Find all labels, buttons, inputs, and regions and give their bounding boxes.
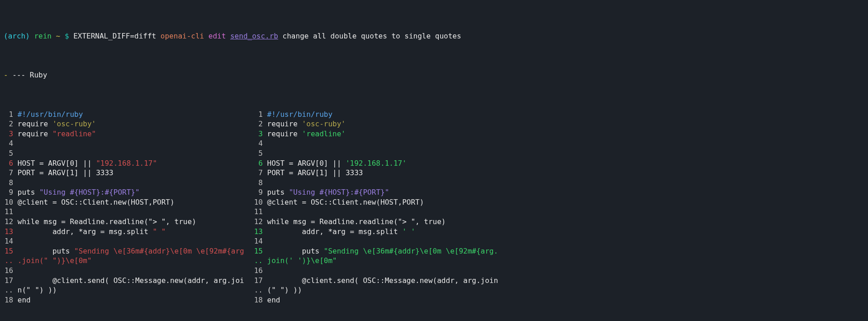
code-line: 2require 'osc-ruby' [253, 119, 498, 129]
user: rein [34, 32, 52, 40]
code-content: while msg = Readline.readline("> ", true… [18, 217, 196, 227]
token: end [18, 296, 31, 304]
token: addr, *arg = msg.split [18, 227, 153, 236]
line-number: 7 [4, 168, 13, 178]
code-content: @client = OSC::Client.new(HOST,PORT) [267, 197, 424, 207]
line-number: 11 [253, 207, 263, 217]
instruction: change all double quotes to single quote… [283, 32, 461, 40]
line-number: 15 [253, 246, 263, 256]
code-line: 17 @client.send( OSC::Message.new(addr, … [4, 276, 244, 286]
line-number: 9 [4, 187, 13, 197]
line-number: 14 [253, 236, 263, 246]
line-number: 7 [253, 168, 263, 178]
code-line: 9puts "Using #{HOST}:#{PORT}" [253, 187, 498, 197]
code-content: end [267, 295, 280, 305]
line-number: 14 [4, 236, 13, 246]
code-line: 7PORT = ARGV[1] || 3333 [4, 168, 244, 178]
code-content: #!/usr/bin/ruby [267, 110, 333, 120]
code-content: PORT = ARGV[1] || 3333 [267, 168, 363, 178]
token: @client = OSC::Client.new(HOST,PORT) [18, 198, 175, 206]
line-number: 6 [4, 158, 13, 168]
code-content: require 'osc-ruby' [18, 119, 96, 129]
code-content: n(" ") )) [18, 285, 57, 295]
code-line: 12while msg = Readline.readline("> ", tr… [253, 217, 498, 227]
line-number: 16 [253, 266, 263, 276]
dollar: $ [65, 32, 69, 40]
code-line: 11 [253, 207, 498, 217]
token: PORT = ARGV[1] || 3333 [18, 168, 114, 177]
token: ' ' [402, 227, 415, 236]
code-line: 13 addr, *arg = msg.split " " [4, 227, 244, 237]
code-line: ..n(" ") )) [4, 285, 244, 295]
code-content: HOST = ARGV[0] || '192.168.1.17' [267, 158, 407, 168]
terminal-screen: (arch) rein ~ $ EXTERNAL_DIFF=difft open… [0, 0, 868, 321]
code-content: addr, *arg = msg.split " " [18, 227, 166, 237]
line-number: 2 [253, 119, 263, 129]
line-number: 4 [4, 139, 13, 149]
code-content: .join(" ")}\e[0m" [18, 256, 92, 266]
diff-header: - --- Ruby [4, 70, 864, 80]
filename-arg: send_osc.rb [230, 32, 278, 40]
token: "192.168.1.17" [96, 159, 157, 168]
line-number: 12 [253, 217, 263, 227]
token: join(' ')}\e[0m" [267, 256, 337, 265]
code-content: require "readline" [18, 129, 96, 139]
code-line: 6HOST = ARGV[0] || "192.168.1.17" [4, 158, 244, 168]
diff-right-pane: 1#!/usr/bin/ruby2require 'osc-ruby'3requ… [253, 110, 498, 305]
line-number: 1 [253, 110, 263, 120]
code-content: (" ") )) [267, 285, 302, 295]
line-number: 8 [253, 178, 263, 188]
line-number: 3 [253, 129, 263, 139]
code-line: 5 [253, 149, 498, 158]
token: puts [18, 247, 74, 255]
shell-prompt[interactable]: (arch) rein ~ $ EXTERNAL_DIFF=difft open… [4, 31, 864, 41]
code-content: end [18, 295, 31, 305]
code-line: 15 puts "Sending \e[36m#{addr}\e[0m \e[9… [253, 246, 498, 256]
token: PORT = ARGV[1] || 3333 [267, 168, 363, 177]
code-content: PORT = ARGV[1] || 3333 [18, 168, 114, 178]
token: "Using #{HOST}:#{PORT}" [289, 188, 389, 196]
code-content: HOST = ARGV[0] || "192.168.1.17" [18, 158, 157, 168]
line-number: 10 [4, 197, 13, 207]
code-line: 12while msg = Readline.readline("> ", tr… [4, 217, 244, 227]
code-line: 1#!/usr/bin/ruby [253, 110, 498, 120]
line-number: 2 [4, 119, 13, 129]
token: HOST = ARGV[0] || [267, 159, 346, 168]
token: addr, *arg = msg.split [267, 227, 403, 236]
code-line: 8 [253, 178, 498, 188]
code-line: 9puts "Using #{HOST}:#{PORT}" [4, 187, 244, 197]
line-number: 8 [4, 178, 13, 188]
line-number: .. [253, 256, 263, 266]
line-number: 10 [253, 197, 263, 207]
code-line: 2require 'osc-ruby' [4, 119, 244, 129]
token: puts [18, 188, 39, 196]
tilde: ~ [56, 32, 61, 40]
code-content: @client.send( OSC::Message.new(addr, arg… [18, 276, 244, 286]
diff-left-pane: 1#!/usr/bin/ruby2require 'osc-ruby'3requ… [4, 110, 244, 305]
diff-side-by-side: 1#!/usr/bin/ruby2require 'osc-ruby'3requ… [4, 110, 864, 305]
token: 'readline' [302, 129, 346, 138]
line-number: 9 [253, 187, 263, 197]
token: require [18, 120, 52, 128]
line-number: 4 [253, 139, 263, 149]
code-content: puts "Using #{HOST}:#{PORT}" [267, 187, 389, 197]
code-content: puts "Using #{HOST}:#{PORT}" [18, 187, 140, 197]
code-content: require 'readline' [267, 129, 346, 139]
code-line: ..(" ") )) [253, 285, 498, 295]
code-content: puts "Sending \e[36m#{addr}\e[0m \e[92m#… [18, 246, 244, 256]
line-number: 12 [4, 217, 13, 227]
line-number: .. [4, 256, 13, 266]
code-line: ...join(" ")}\e[0m" [4, 256, 244, 266]
diff-dash: - [4, 71, 8, 79]
code-content: addr, *arg = msg.split ' ' [267, 227, 416, 237]
code-line: 3require 'readline' [253, 129, 498, 139]
token: #!/usr/bin/ruby [267, 110, 333, 119]
code-line: 5 [4, 149, 244, 158]
diff-sep: --- [12, 71, 25, 79]
code-line: 13 addr, *arg = msg.split ' ' [253, 227, 498, 237]
env-assign: EXTERNAL_DIFF=difft [73, 32, 156, 40]
line-number: 6 [253, 158, 263, 168]
line-number: 17 [4, 276, 13, 286]
code-line: 10@client = OSC::Client.new(HOST,PORT) [4, 197, 244, 207]
code-content: puts "Sending \e[36m#{addr}\e[0m \e[92m#… [267, 246, 498, 256]
